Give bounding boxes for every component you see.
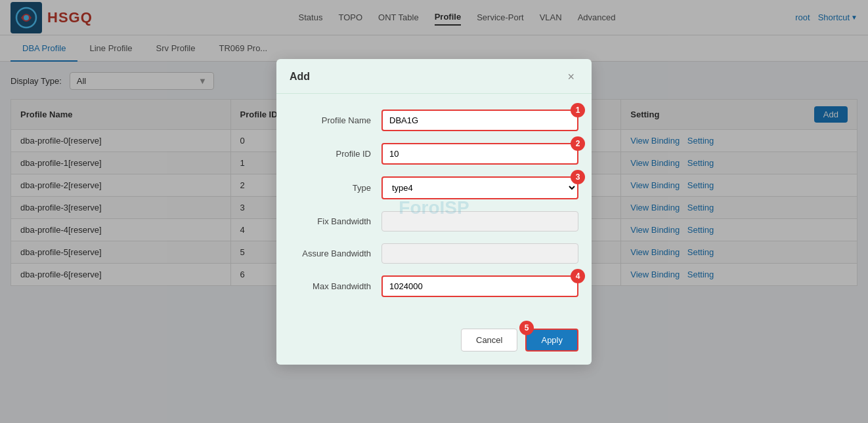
profile-id-row: Profile ID (290, 143, 578, 165)
fix-bandwidth-input[interactable] (381, 211, 578, 232)
modal-body: 1 Profile Name 2 Profile ID 3 Type (276, 94, 592, 297)
max-bandwidth-input[interactable] (381, 275, 578, 297)
profile-name-input[interactable] (381, 110, 578, 131)
max-bandwidth-row: Max Bandwidth (290, 275, 578, 297)
profile-name-row: Profile Name (290, 110, 578, 131)
fix-bandwidth-row: Fix Bandwidth (290, 211, 578, 232)
step-2-badge: 2 (571, 136, 585, 151)
assure-bandwidth-label: Assure Bandwidth (290, 249, 381, 258)
profile-id-input[interactable] (381, 143, 578, 165)
assure-bandwidth-row: Assure Bandwidth (290, 243, 578, 264)
step-4-badge: 4 (571, 269, 585, 283)
step-1-badge: 1 (571, 103, 585, 117)
modal-overlay: Add × 1 Profile Name 2 Profile ID (0, 0, 868, 296)
modal: Add × 1 Profile Name 2 Profile ID (276, 59, 592, 297)
close-button[interactable]: × (563, 70, 578, 84)
profile-name-label: Profile Name (290, 115, 381, 125)
modal-header: Add × (276, 59, 592, 94)
assure-bandwidth-input[interactable] (381, 243, 578, 264)
profile-id-label: Profile ID (290, 149, 381, 159)
type-select[interactable]: type1 type2 type3 type4 (381, 176, 578, 199)
fix-bandwidth-label: Fix Bandwidth (290, 216, 381, 226)
max-bandwidth-label: Max Bandwidth (290, 281, 381, 291)
type-label: Type (290, 183, 381, 193)
step-3-badge: 3 (571, 170, 585, 184)
type-row: Type type1 type2 type3 type4 (290, 176, 578, 199)
modal-title: Add (290, 71, 310, 83)
